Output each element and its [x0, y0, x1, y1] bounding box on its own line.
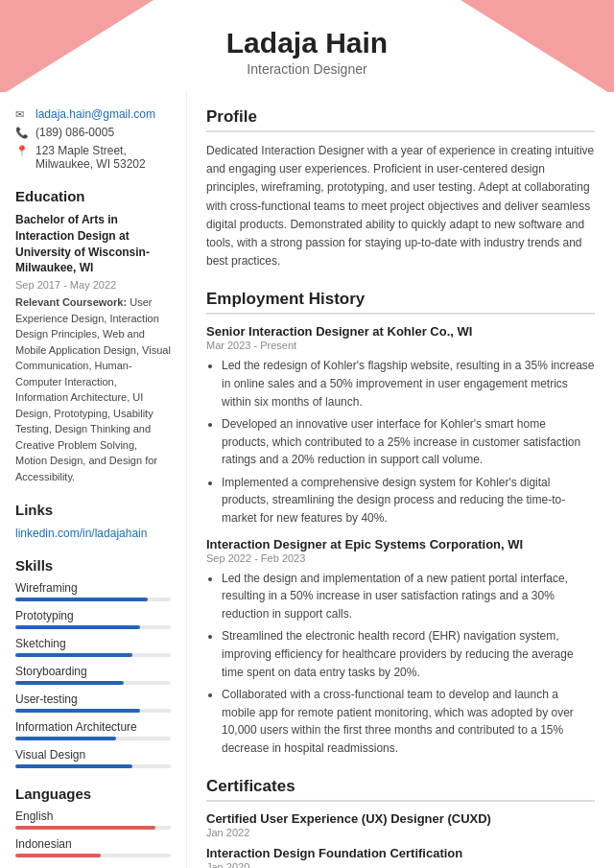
languages-title: Languages [15, 786, 171, 802]
language-bar-fill [15, 854, 101, 857]
header: Ladaja Hain Interaction Designer [0, 0, 614, 92]
skill-label: Storyboarding [15, 665, 171, 678]
skill-item: User-testing [15, 692, 171, 713]
skill-bar-bg [15, 625, 171, 629]
main-layout: ✉ ladaja.hain@gmail.com 📞 (189) 086-0005… [0, 92, 614, 868]
skill-bar-bg [15, 764, 171, 768]
contact-email: ✉ ladaja.hain@gmail.com [15, 107, 171, 121]
skills-title: Skills [15, 557, 171, 574]
language-label: English [15, 809, 171, 823]
certificates-section: Certificates Certified User Experience (… [206, 777, 595, 868]
skill-label: Sketching [15, 637, 171, 650]
contact-phone: 📞 (189) 086-0005 [15, 126, 171, 139]
job-bullet: Streamlined the electronic health record… [222, 627, 595, 681]
language-item: English [15, 809, 171, 830]
jobs-list: Senior Interaction Designer at Kohler Co… [206, 324, 595, 757]
cert-entry: Certified User Experience (UX) Designer … [206, 811, 595, 838]
cert-name: Certified User Experience (UX) Designer … [206, 811, 595, 826]
contact-address: 📍 123 Maple Street, Milwaukee, WI 53202 [15, 144, 171, 171]
coursework-label: Relevant Coursework: [15, 296, 127, 308]
education-section: Education Bachelor of Arts in Interactio… [15, 188, 171, 484]
job-entry: Interaction Designer at Epic Systems Cor… [206, 537, 595, 758]
links-title: Links [15, 502, 171, 518]
job-title: Senior Interaction Designer at Kohler Co… [206, 324, 595, 339]
skill-label: Prototyping [15, 609, 171, 622]
job-bullet: Led the design and implementation of a n… [222, 570, 595, 623]
email-icon: ✉ [15, 108, 31, 121]
skill-bar-bg [15, 709, 171, 713]
job-dates: Sep 2022 - Feb 2023 [206, 552, 595, 564]
cert-entry: Interaction Design Foundation Certificat… [206, 846, 595, 868]
linkedin-link[interactable]: linkedin.com/in/ladajahain [15, 527, 147, 540]
skill-bar-bg [15, 653, 171, 657]
skills-list: Wireframing Prototyping Sketching Storyb… [15, 581, 171, 768]
skill-bar-fill [15, 653, 132, 657]
language-label: Indonesian [15, 837, 171, 851]
language-bar-fill [15, 826, 155, 830]
cert-date: Jan 2022 [206, 827, 595, 838]
email-link[interactable]: ladaja.hain@gmail.com [35, 107, 155, 121]
location-icon: 📍 [15, 145, 31, 157]
job-title: Interaction Designer at Epic Systems Cor… [206, 537, 595, 551]
skill-item: Information Architecture [15, 720, 171, 740]
contact-section: ✉ ladaja.hain@gmail.com 📞 (189) 086-0005… [15, 107, 171, 171]
cert-date: Jan 2020 [206, 861, 595, 868]
skill-item: Sketching [15, 637, 171, 657]
edu-coursework: Relevant Coursework: User Experience Des… [15, 294, 171, 484]
candidate-title: Interaction Designer [19, 61, 595, 77]
language-item: Indonesian [15, 837, 171, 857]
skill-bar-bg [15, 681, 171, 685]
skill-bar-bg [15, 737, 171, 740]
skill-item: Prototyping [15, 609, 171, 629]
language-bar-bg [15, 854, 171, 857]
profile-section: Profile Dedicated Interaction Designer w… [206, 107, 595, 270]
skills-section: Skills Wireframing Prototyping Sketching… [15, 557, 171, 768]
sidebar: ✉ ladaja.hain@gmail.com 📞 (189) 086-0005… [0, 92, 187, 868]
edu-degree: Bachelor of Arts in Interaction Design a… [15, 212, 171, 276]
job-bullet: Implemented a comprehensive design syste… [222, 474, 595, 528]
job-entry: Senior Interaction Designer at Kohler Co… [206, 324, 595, 527]
skill-bar-fill [15, 709, 140, 713]
skill-bar-fill [15, 625, 140, 629]
profile-text: Dedicated Interaction Designer with a ye… [206, 142, 595, 270]
phone-icon: 📞 [15, 127, 31, 139]
skill-label: User-testing [15, 692, 171, 706]
employment-title: Employment History [206, 290, 595, 315]
skill-bar-fill [15, 598, 148, 601]
links-section: Links linkedin.com/in/ladajahain [15, 502, 171, 540]
main-content: Profile Dedicated Interaction Designer w… [187, 92, 614, 868]
edu-dates: Sep 2017 - May 2022 [15, 279, 171, 291]
languages-list: English Indonesian [15, 809, 171, 857]
job-bullets: Led the design and implementation of a n… [222, 570, 595, 758]
candidate-name: Ladaja Hain [19, 27, 595, 59]
skill-label: Visual Design [15, 748, 171, 762]
skill-bar-fill [15, 737, 116, 740]
skill-bar-fill [15, 764, 132, 768]
employment-section: Employment History Senior Interaction De… [206, 290, 595, 757]
skill-item: Wireframing [15, 581, 171, 601]
phone-number: (189) 086-0005 [35, 126, 114, 139]
job-dates: Mar 2023 - Present [206, 340, 595, 351]
education-title: Education [15, 188, 171, 204]
job-bullet: Collaborated with a cross-functional tea… [222, 686, 595, 757]
job-bullets: Led the redesign of Kohler's flagship we… [222, 357, 595, 527]
skill-label: Information Architecture [15, 720, 171, 734]
coursework-text: User Experience Design, Interaction Desi… [15, 296, 171, 482]
job-bullet: Developed an innovative user interface f… [222, 415, 595, 469]
languages-section: Languages English Indonesian [15, 786, 171, 857]
job-bullet: Led the redesign of Kohler's flagship we… [222, 357, 595, 411]
language-bar-bg [15, 826, 171, 830]
address-text: 123 Maple Street, Milwaukee, WI 53202 [35, 144, 171, 171]
skill-bar-bg [15, 598, 171, 601]
skill-item: Storyboarding [15, 665, 171, 685]
skill-bar-fill [15, 681, 124, 685]
profile-title: Profile [206, 107, 595, 132]
skill-item: Visual Design [15, 748, 171, 768]
certs-list: Certified User Experience (UX) Designer … [206, 811, 595, 868]
skill-label: Wireframing [15, 581, 171, 595]
cert-name: Interaction Design Foundation Certificat… [206, 846, 595, 860]
certificates-title: Certificates [206, 777, 595, 802]
